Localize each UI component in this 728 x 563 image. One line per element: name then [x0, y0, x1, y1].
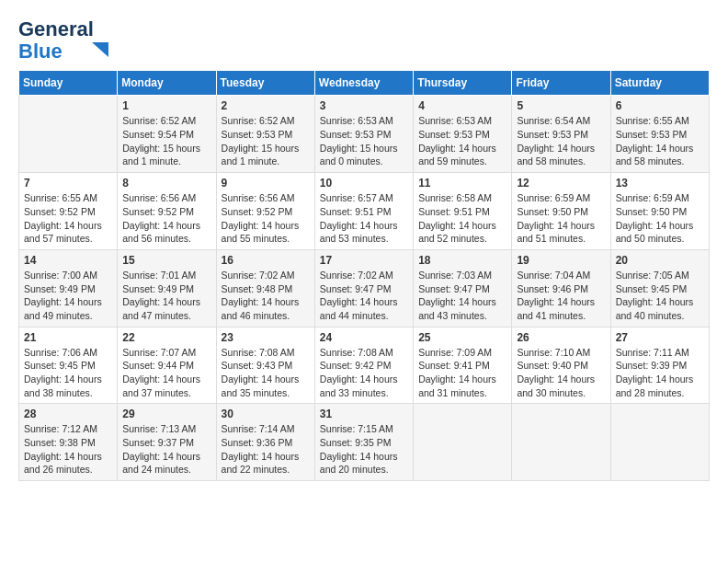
day-number: 8: [122, 177, 210, 190]
day-number: 14: [24, 254, 112, 267]
day-number: 7: [24, 177, 112, 190]
calendar-cell: 9Sunrise: 6:56 AM Sunset: 9:52 PM Daylig…: [216, 173, 314, 250]
calendar-cell: [19, 96, 118, 173]
calendar-cell: 11Sunrise: 6:58 AM Sunset: 9:51 PM Dayli…: [414, 173, 512, 250]
day-info: Sunrise: 7:12 AM Sunset: 9:38 PM Dayligh…: [24, 422, 112, 477]
calendar-week-row: 7Sunrise: 6:55 AM Sunset: 9:52 PM Daylig…: [19, 173, 710, 250]
day-number: 5: [517, 99, 605, 112]
calendar-cell: 3Sunrise: 6:53 AM Sunset: 9:53 PM Daylig…: [314, 96, 413, 173]
day-info: Sunrise: 6:59 AM Sunset: 9:50 PM Dayligh…: [517, 191, 605, 246]
day-info: Sunrise: 7:09 AM Sunset: 9:41 PM Dayligh…: [418, 346, 506, 400]
calendar-cell: 12Sunrise: 6:59 AM Sunset: 9:50 PM Dayli…: [512, 173, 610, 250]
day-number: 10: [320, 177, 408, 190]
day-info: Sunrise: 7:00 AM Sunset: 9:49 PM Dayligh…: [24, 269, 112, 323]
day-info: Sunrise: 6:53 AM Sunset: 9:53 PM Dayligh…: [320, 114, 408, 168]
day-info: Sunrise: 6:55 AM Sunset: 9:52 PM Dayligh…: [24, 191, 112, 246]
calendar-cell: 2Sunrise: 6:52 AM Sunset: 9:53 PM Daylig…: [216, 96, 314, 173]
day-info: Sunrise: 6:59 AM Sunset: 9:50 PM Dayligh…: [616, 191, 704, 246]
weekday-header: Wednesday: [314, 71, 413, 96]
day-number: 24: [320, 331, 408, 344]
day-number: 2: [222, 99, 310, 112]
day-info: Sunrise: 7:13 AM Sunset: 9:37 PM Dayligh…: [122, 422, 210, 477]
day-number: 11: [418, 177, 506, 190]
day-info: Sunrise: 6:58 AM Sunset: 9:51 PM Dayligh…: [418, 191, 506, 246]
calendar-cell: 16Sunrise: 7:02 AM Sunset: 9:48 PM Dayli…: [216, 249, 314, 327]
day-number: 25: [418, 331, 506, 344]
calendar-cell: 18Sunrise: 7:03 AM Sunset: 9:47 PM Dayli…: [414, 249, 512, 327]
calendar-header-row: SundayMondayTuesdayWednesdayThursdayFrid…: [19, 71, 710, 96]
calendar-cell: 26Sunrise: 7:10 AM Sunset: 9:40 PM Dayli…: [512, 327, 610, 404]
day-info: Sunrise: 6:53 AM Sunset: 9:53 PM Dayligh…: [418, 114, 506, 168]
day-number: 3: [320, 99, 408, 112]
calendar-cell: 15Sunrise: 7:01 AM Sunset: 9:49 PM Dayli…: [118, 249, 216, 327]
calendar-cell: 7Sunrise: 6:55 AM Sunset: 9:52 PM Daylig…: [19, 173, 118, 250]
calendar-cell: 31Sunrise: 7:15 AM Sunset: 9:35 PM Dayli…: [314, 404, 413, 481]
day-number: 9: [222, 177, 310, 190]
day-info: Sunrise: 6:54 AM Sunset: 9:53 PM Dayligh…: [517, 114, 605, 168]
day-info: Sunrise: 7:08 AM Sunset: 9:42 PM Dayligh…: [320, 346, 408, 400]
day-number: 29: [122, 408, 210, 420]
calendar-cell: 4Sunrise: 6:53 AM Sunset: 9:53 PM Daylig…: [414, 96, 512, 173]
weekday-header: Tuesday: [216, 71, 314, 96]
calendar-week-row: 14Sunrise: 7:00 AM Sunset: 9:49 PM Dayli…: [19, 249, 710, 327]
day-number: 6: [616, 99, 704, 112]
day-number: 19: [517, 254, 605, 267]
calendar-cell: 28Sunrise: 7:12 AM Sunset: 9:38 PM Dayli…: [19, 404, 118, 481]
calendar-cell: 29Sunrise: 7:13 AM Sunset: 9:37 PM Dayli…: [118, 404, 216, 481]
day-number: 17: [320, 254, 408, 267]
day-info: Sunrise: 7:01 AM Sunset: 9:49 PM Dayligh…: [122, 269, 210, 323]
day-info: Sunrise: 6:52 AM Sunset: 9:53 PM Dayligh…: [222, 114, 310, 168]
day-number: 12: [517, 177, 605, 190]
calendar-cell: [610, 404, 709, 481]
day-info: Sunrise: 7:10 AM Sunset: 9:40 PM Dayligh…: [517, 346, 605, 400]
day-number: 22: [122, 331, 210, 344]
day-number: 21: [24, 331, 112, 344]
day-number: 1: [122, 99, 210, 112]
day-info: Sunrise: 6:56 AM Sunset: 9:52 PM Dayligh…: [122, 191, 210, 246]
calendar-body: 1Sunrise: 6:52 AM Sunset: 9:54 PM Daylig…: [19, 96, 710, 481]
calendar-week-row: 28Sunrise: 7:12 AM Sunset: 9:38 PM Dayli…: [19, 404, 710, 481]
weekday-header: Monday: [118, 71, 216, 96]
day-number: 31: [320, 408, 408, 420]
day-number: 20: [616, 254, 704, 267]
day-info: Sunrise: 7:02 AM Sunset: 9:48 PM Dayligh…: [222, 269, 310, 323]
logo-text: GeneralBlue: [18, 18, 94, 63]
calendar-cell: 24Sunrise: 7:08 AM Sunset: 9:42 PM Dayli…: [314, 327, 413, 404]
calendar-cell: 8Sunrise: 6:56 AM Sunset: 9:52 PM Daylig…: [118, 173, 216, 250]
calendar-table: SundayMondayTuesdayWednesdayThursdayFrid…: [18, 70, 710, 481]
day-info: Sunrise: 7:11 AM Sunset: 9:39 PM Dayligh…: [616, 346, 704, 400]
day-number: 18: [418, 254, 506, 267]
day-number: 23: [222, 331, 310, 344]
day-info: Sunrise: 6:52 AM Sunset: 9:54 PM Dayligh…: [122, 114, 210, 168]
day-info: Sunrise: 7:07 AM Sunset: 9:44 PM Dayligh…: [122, 346, 210, 400]
day-number: 15: [122, 254, 210, 267]
day-info: Sunrise: 7:02 AM Sunset: 9:47 PM Dayligh…: [320, 269, 408, 323]
calendar-cell: 23Sunrise: 7:08 AM Sunset: 9:43 PM Dayli…: [216, 327, 314, 404]
calendar-cell: 1Sunrise: 6:52 AM Sunset: 9:54 PM Daylig…: [118, 96, 216, 173]
day-number: 16: [222, 254, 310, 267]
calendar-cell: 22Sunrise: 7:07 AM Sunset: 9:44 PM Dayli…: [118, 327, 216, 404]
day-number: 4: [418, 99, 506, 112]
weekday-header: Thursday: [414, 71, 512, 96]
calendar-week-row: 21Sunrise: 7:06 AM Sunset: 9:45 PM Dayli…: [19, 327, 710, 404]
logo-arrow-icon: [90, 40, 110, 61]
calendar-cell: 10Sunrise: 6:57 AM Sunset: 9:51 PM Dayli…: [314, 173, 413, 250]
day-info: Sunrise: 7:14 AM Sunset: 9:36 PM Dayligh…: [222, 422, 310, 477]
day-info: Sunrise: 7:05 AM Sunset: 9:45 PM Dayligh…: [616, 269, 704, 323]
page-header: GeneralBlue: [18, 18, 710, 63]
calendar-cell: 30Sunrise: 7:14 AM Sunset: 9:36 PM Dayli…: [216, 404, 314, 481]
day-number: 30: [222, 408, 310, 420]
day-info: Sunrise: 7:03 AM Sunset: 9:47 PM Dayligh…: [418, 269, 506, 323]
day-info: Sunrise: 7:15 AM Sunset: 9:35 PM Dayligh…: [320, 422, 408, 477]
calendar-week-row: 1Sunrise: 6:52 AM Sunset: 9:54 PM Daylig…: [19, 96, 710, 173]
calendar-cell: [512, 404, 610, 481]
day-number: 13: [616, 177, 704, 190]
calendar-cell: 25Sunrise: 7:09 AM Sunset: 9:41 PM Dayli…: [414, 327, 512, 404]
calendar-cell: [414, 404, 512, 481]
weekday-header: Saturday: [610, 71, 709, 96]
day-number: 28: [24, 408, 112, 420]
calendar-cell: 6Sunrise: 6:55 AM Sunset: 9:53 PM Daylig…: [610, 96, 709, 173]
day-info: Sunrise: 6:55 AM Sunset: 9:53 PM Dayligh…: [616, 114, 704, 168]
calendar-cell: 20Sunrise: 7:05 AM Sunset: 9:45 PM Dayli…: [610, 249, 709, 327]
weekday-header: Friday: [512, 71, 610, 96]
